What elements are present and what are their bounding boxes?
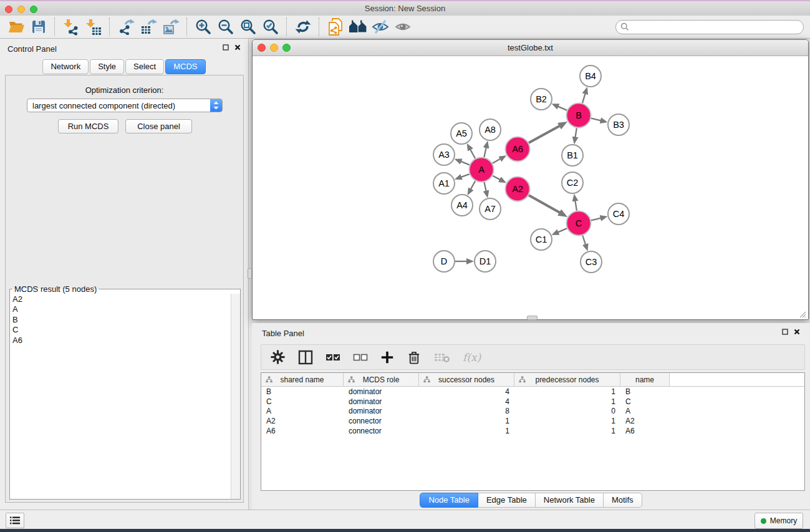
zoom-selected-button[interactable] — [259, 17, 282, 37]
graph-edge-A-A3[interactable] — [460, 161, 470, 165]
table-row[interactable]: Adominator80A — [261, 407, 804, 417]
network-window-titlebar[interactable]: testGlobe.txt — [253, 40, 808, 56]
clone-network-button[interactable] — [324, 17, 347, 37]
mcds-result-scrollbar[interactable] — [231, 294, 240, 499]
table-cell[interactable]: 1 — [514, 387, 620, 396]
table-row[interactable]: Cdominator41C — [261, 397, 804, 407]
table-cell[interactable]: A2 — [620, 417, 670, 425]
column-header-successor-nodes[interactable]: successor nodes — [419, 373, 514, 386]
zoom-out-button[interactable] — [215, 17, 237, 37]
delete-row-button[interactable] — [407, 350, 422, 365]
mcds-result-item[interactable]: C — [12, 325, 231, 335]
table-cell[interactable]: A — [261, 407, 344, 415]
tab-motifs[interactable]: Motifs — [604, 493, 642, 508]
table-cell[interactable]: dominator — [344, 397, 419, 406]
table-cell[interactable]: C — [620, 397, 670, 406]
node-table[interactable]: shared nameMCDS rolesuccessor nodesprede… — [261, 372, 805, 491]
deselect-all-button[interactable] — [353, 353, 368, 362]
select-all-button[interactable] — [325, 353, 340, 362]
table-row[interactable]: A2connector11A2 — [261, 416, 804, 426]
close-panel-button[interactable]: Close panel — [125, 119, 192, 133]
zoom-fit-button[interactable] — [237, 17, 259, 37]
table-cell[interactable]: B — [620, 387, 670, 396]
delete-table-button[interactable] — [434, 352, 450, 363]
window-resize-grip[interactable] — [798, 310, 806, 318]
table-row[interactable]: A6connector11A6 — [261, 426, 804, 436]
run-mcds-button[interactable]: Run MCDS — [58, 119, 118, 133]
houses-button[interactable] — [347, 17, 369, 37]
split-pane-handle-bottom[interactable] — [527, 316, 538, 320]
table-cell[interactable]: A6 — [620, 427, 670, 435]
table-cell[interactable]: 1 — [514, 397, 620, 406]
column-header-name[interactable]: name — [620, 373, 670, 386]
graph-edge-C-C1[interactable] — [557, 228, 567, 233]
add-row-button[interactable] — [380, 351, 394, 364]
table-cell[interactable]: A2 — [261, 417, 344, 425]
graph-edge-A-A1[interactable] — [460, 174, 469, 177]
open-session-button[interactable] — [5, 17, 27, 37]
table-row[interactable]: Bdominator41B — [261, 387, 804, 397]
graph-edge-A2-C[interactable] — [529, 195, 561, 213]
graph-edge-B-B4[interactable] — [582, 93, 586, 104]
table-cell[interactable]: 1 — [514, 417, 620, 425]
graph-edge-B-B1[interactable] — [575, 128, 577, 138]
graph-edge-B-B3[interactable] — [591, 118, 602, 121]
import-table-button[interactable] — [82, 17, 105, 37]
graph-edge-C-C4[interactable] — [591, 218, 602, 220]
mcds-result-item[interactable]: A2 — [12, 294, 231, 304]
export-network-button[interactable] — [115, 17, 137, 37]
control-tab-select[interactable]: Select — [125, 59, 164, 74]
graph-edge-A-A8[interactable] — [484, 147, 486, 157]
column-layout-button[interactable] — [298, 350, 313, 365]
table-cell[interactable]: A6 — [261, 427, 344, 435]
table-cell[interactable]: connector — [344, 417, 419, 425]
graph-edge-A6-B[interactable] — [529, 125, 561, 143]
tab-node-table[interactable]: Node Table — [420, 493, 478, 508]
import-network-button[interactable] — [60, 17, 82, 37]
column-settings-button[interactable] — [270, 349, 286, 365]
graph-edge-A-A7[interactable] — [484, 182, 486, 192]
hide-details-button[interactable] — [369, 17, 392, 37]
table-cell[interactable]: dominator — [344, 387, 419, 396]
table-cell[interactable]: connector — [344, 427, 419, 435]
apply-layout-button[interactable] — [292, 17, 314, 37]
table-cell[interactable]: 4 — [419, 397, 514, 406]
table-cell[interactable]: 8 — [419, 407, 514, 415]
graph-edge-A-A4[interactable] — [470, 181, 475, 190]
search-input[interactable] — [629, 22, 788, 32]
graph-edge-B-B2[interactable] — [557, 106, 567, 110]
graph-edge-C-C2[interactable] — [575, 200, 577, 211]
table-cell[interactable]: A — [620, 407, 670, 415]
table-cell[interactable]: C — [261, 397, 344, 406]
tab-network-table[interactable]: Network Table — [536, 493, 604, 508]
show-details-button[interactable] — [392, 17, 414, 37]
table-cell[interactable]: 4 — [419, 387, 514, 396]
zoom-in-button[interactable] — [192, 17, 215, 37]
control-tab-network[interactable]: Network — [42, 59, 89, 74]
split-pane-handle-left[interactable] — [248, 268, 252, 279]
table-cell[interactable]: 1 — [419, 427, 514, 435]
mcds-result-item[interactable]: A6 — [12, 336, 231, 346]
close-panel-icon[interactable] — [234, 44, 241, 51]
network-graph[interactable]: B4B2BB3A8A5A6A3B1AC2A1A2A4A7C4CC1C3DD1 — [253, 56, 808, 319]
save-session-button[interactable] — [27, 17, 50, 37]
graph-edge-A-A2[interactable] — [493, 176, 501, 180]
close-panel-icon[interactable] — [794, 329, 800, 335]
export-image-button[interactable] — [160, 17, 182, 37]
function-builder-button[interactable]: f(x) — [463, 351, 481, 364]
tab-edge-table[interactable]: Edge Table — [478, 493, 536, 508]
memory-button[interactable]: Memory — [755, 513, 803, 529]
export-table-button[interactable] — [137, 17, 160, 37]
table-cell[interactable]: 1 — [419, 417, 514, 425]
search-field[interactable] — [615, 20, 804, 34]
control-tab-style[interactable]: Style — [90, 59, 124, 74]
mcds-result-item[interactable]: A — [12, 304, 231, 314]
graph-edge-C-C3[interactable] — [582, 236, 586, 246]
column-header-MCDS-role[interactable]: MCDS role — [344, 373, 419, 386]
control-tab-mcds[interactable]: MCDS — [165, 59, 205, 74]
table-cell[interactable]: 1 — [514, 427, 620, 435]
table-cell[interactable]: 0 — [514, 407, 620, 415]
graph-edge-A-A5[interactable] — [470, 149, 476, 159]
column-header-predecessor-nodes[interactable]: predecessor nodes — [514, 373, 620, 386]
task-history-button[interactable] — [6, 513, 24, 528]
